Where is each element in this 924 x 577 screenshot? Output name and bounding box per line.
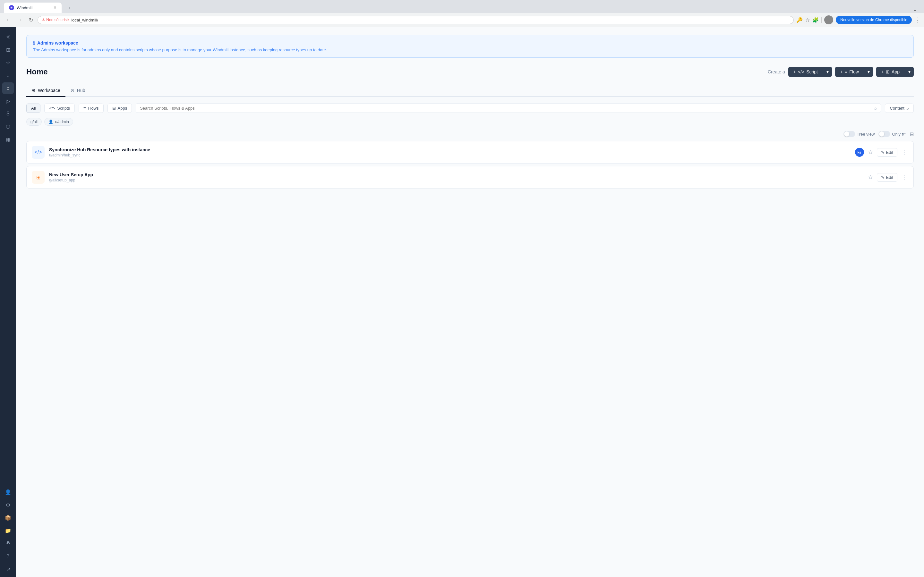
apps-filter-icon: ⊞ [112, 106, 116, 111]
plus-icon-app: + [881, 69, 884, 74]
item-path: g/all/setup_app [49, 178, 862, 182]
profile-avatar[interactable] [824, 15, 833, 24]
item-info: New User Setup App g/all/setup_app [49, 172, 862, 182]
page-title: Home [26, 67, 48, 76]
search-input[interactable] [140, 106, 872, 111]
tab-list-btn[interactable]: ⌄ [913, 6, 918, 13]
nav-back-btn[interactable]: ← [4, 16, 13, 24]
app-icon: ⊞ [886, 69, 890, 74]
admin-banner-title: ℹ Admins workspace [33, 40, 907, 45]
flow-icon: ≡ [845, 69, 847, 74]
address-bar[interactable]: ⚠ Non sécurisé local_windmill/ [37, 16, 794, 24]
page-header: Home Create a + </> Script ▾ + ≡ Flow [26, 67, 914, 77]
sidebar-item-search[interactable]: ⌕ [2, 69, 14, 81]
active-tab[interactable]: ✳ Windmill × [4, 3, 61, 13]
tab-workspace[interactable]: ⊞ Workspace [26, 85, 65, 97]
sidebar-item-settings[interactable]: ⚙ [2, 499, 14, 511]
sidebar-item-grid[interactable]: ⊞ [2, 44, 14, 55]
content-search-icon: ⌕ [906, 106, 909, 111]
only-f-toggle[interactable] [879, 131, 890, 137]
search-icon: ⌕ [874, 105, 877, 111]
create-script-btn[interactable]: + </> Script [788, 67, 823, 77]
header-actions: Create a + </> Script ▾ + ≡ Flow ▾ [768, 67, 914, 77]
nav-refresh-btn[interactable]: ↻ [27, 16, 35, 24]
item-actions: ks ☆ ✎ Edit ⋮ [855, 147, 908, 157]
sidebar-item-flows[interactable]: ▷ [2, 95, 14, 107]
tag-g-all[interactable]: g/all [26, 118, 42, 126]
password-icon[interactable]: 🔑 [796, 17, 803, 23]
tree-view-toggle[interactable] [843, 131, 855, 137]
favorite-btn[interactable]: ☆ [867, 172, 874, 182]
more-menu-btn[interactable]: ⋮ [900, 147, 908, 157]
main-content: ℹ Admins workspace The Admins workspace … [16, 27, 924, 577]
sidebar-item-files[interactable]: 📁 [2, 525, 14, 536]
create-app-dropdown[interactable]: ▾ [905, 67, 914, 77]
sidebar-item-home[interactable]: ⌂ [2, 82, 14, 94]
create-script-dropdown[interactable]: ▾ [823, 67, 832, 77]
item-actions: ☆ ✎ Edit ⋮ [867, 172, 908, 182]
only-f-toggle-group: Only f/* [879, 131, 906, 137]
items-list: </> Synchronize Hub Resource types with … [26, 141, 914, 189]
sidebar-item-help[interactable]: ? [2, 550, 14, 562]
tab-close-btn[interactable]: × [53, 5, 57, 10]
edit-btn[interactable]: ✎ Edit [877, 173, 897, 182]
grid-view-icon[interactable]: ⊟ [909, 131, 914, 137]
sidebar-item-monitor[interactable]: 👁 [2, 538, 14, 549]
nav-forward-btn[interactable]: → [15, 16, 24, 24]
hub-tab-icon: ⊙ [71, 88, 74, 93]
admin-banner: ℹ Admins workspace The Admins workspace … [26, 35, 914, 58]
update-chrome-badge[interactable]: Nouvelle version de Chrome disponible [836, 16, 912, 24]
create-app-btn[interactable]: + ⊞ App [876, 67, 905, 77]
sidebar-item-favorites[interactable]: ☆ [2, 57, 14, 68]
content-btn[interactable]: Content ⌕ [885, 103, 914, 113]
new-tab-btn[interactable]: + [63, 3, 76, 13]
create-label: Create a [768, 69, 785, 74]
tab-hub[interactable]: ⊙ Hub [65, 85, 90, 97]
plus-icon-flow: + [840, 69, 843, 74]
user-tag-icon: 👤 [48, 119, 53, 124]
edit-icon: ✎ [881, 150, 885, 155]
sidebar-item-schedules[interactable]: ▦ [2, 134, 14, 145]
chrome-menu-icon[interactable]: ⋮ [914, 16, 920, 23]
search-bar[interactable]: ⌕ [136, 103, 881, 113]
browser-toolbar: ← → ↻ ⚠ Non sécurisé local_windmill/ 🔑 ☆… [0, 13, 924, 27]
tab-favicon: ✳ [9, 5, 14, 10]
create-script-group: + </> Script ▾ [788, 67, 832, 77]
tag-u-admin[interactable]: 👤 u/admin [44, 118, 73, 126]
sidebar-logo[interactable]: ✳ [2, 31, 14, 43]
scripts-filter-icon: </> [49, 106, 55, 111]
list-item: </> Synchronize Hub Resource types with … [26, 141, 914, 163]
workspace-tab-icon: ⊞ [31, 88, 35, 93]
filter-all-btn[interactable]: All [26, 103, 40, 113]
filter-scripts-btn[interactable]: </> Scripts [44, 103, 75, 113]
favorite-btn[interactable]: ☆ [867, 147, 874, 157]
filter-flows-btn[interactable]: ≡ Flows [79, 103, 103, 113]
toolbar-icons: 🔑 ☆ 🧩 [796, 15, 833, 24]
script-icon: </> [798, 69, 804, 74]
bookmark-icon[interactable]: ☆ [805, 17, 810, 23]
main-tabs: ⊞ Workspace ⊙ Hub [26, 85, 914, 97]
edit-btn[interactable]: ✎ Edit [877, 148, 897, 157]
more-menu-btn[interactable]: ⋮ [900, 172, 908, 182]
create-flow-dropdown[interactable]: ▾ [864, 67, 873, 77]
extensions-icon[interactable]: 🧩 [813, 17, 819, 23]
security-icon: ⚠ Non sécurisé [42, 18, 69, 22]
sidebar-item-packages[interactable]: 📦 [2, 512, 14, 524]
item-name: Synchronize Hub Resource types with inst… [49, 147, 851, 152]
only-f-label: Only f/* [892, 132, 906, 137]
create-flow-btn[interactable]: + ≡ Flow [835, 67, 864, 77]
sidebar-item-expand[interactable]: ↗ [2, 563, 14, 575]
divider [821, 17, 822, 23]
tab-title: Windmill [17, 5, 32, 10]
info-icon: ℹ [33, 40, 35, 45]
view-controls: Tree view Only f/* ⊟ [26, 131, 914, 137]
item-icon-script: </> [32, 146, 45, 159]
sidebar-item-users[interactable]: 👤 [2, 486, 14, 498]
flows-filter-icon: ≡ [83, 106, 86, 111]
sidebar-item-billing[interactable]: $ [2, 108, 14, 119]
filter-apps-btn[interactable]: ⊞ Apps [107, 103, 132, 113]
item-icon-app: ⊞ [32, 171, 45, 184]
create-flow-group: + ≡ Flow ▾ [835, 67, 873, 77]
sidebar-item-blocks[interactable]: ⬡ [2, 121, 14, 132]
deploy-badge: ks [855, 148, 864, 157]
